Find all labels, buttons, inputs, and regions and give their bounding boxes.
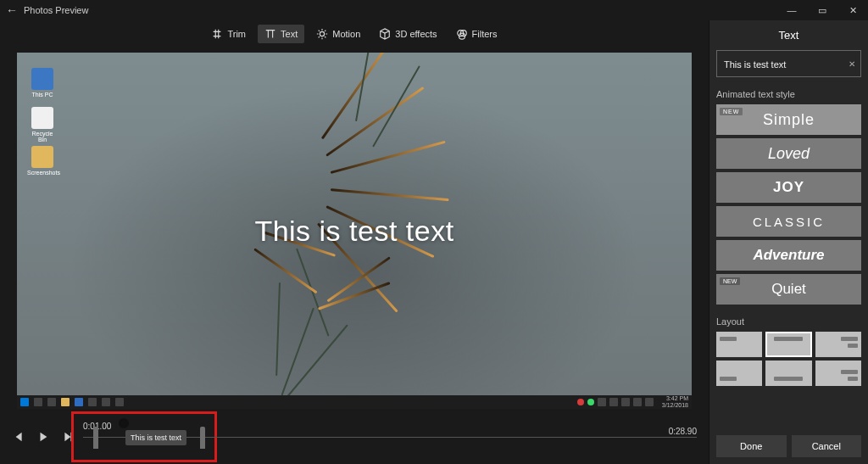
cancel-button[interactable]: Cancel <box>792 435 862 457</box>
timeline[interactable]: 0:01.00 0:28.90 This is test text <box>83 420 697 454</box>
timeline-text-clip[interactable]: This is test text <box>125 430 186 445</box>
play-button[interactable] <box>36 429 51 444</box>
panel-title: Text <box>716 29 861 42</box>
desktop-icon-label: This PC <box>27 92 58 98</box>
clip-handle-right[interactable] <box>200 427 205 449</box>
section-label-style: Animated text style <box>716 89 861 99</box>
trim-icon <box>211 28 223 40</box>
done-button[interactable]: Done <box>716 435 787 457</box>
svg-point-0 <box>320 31 325 36</box>
layout-option-bottom-left[interactable] <box>716 361 762 386</box>
tool-text[interactable]: Text <box>258 25 304 43</box>
tray-icon <box>621 398 630 406</box>
filters-icon <box>456 28 468 40</box>
style-joy[interactable]: JOY <box>716 172 861 203</box>
tray-icon <box>598 398 606 406</box>
tool-motion[interactable]: Motion <box>309 25 367 43</box>
tool-trim[interactable]: Trim <box>204 25 253 43</box>
desktop-icon-label: Screenshots <box>27 170 58 176</box>
window-controls: — ▭ ✕ <box>776 0 868 20</box>
layout-option-top-left[interactable] <box>716 332 762 357</box>
timeline-duration: 0:28.90 <box>669 427 697 436</box>
layout-option-top-right[interactable] <box>815 332 861 357</box>
tool-filters[interactable]: Filters <box>449 25 504 43</box>
text-input[interactable] <box>724 59 842 70</box>
video-preview[interactable]: This PC Recycle Bin Screenshots <box>17 53 692 409</box>
style-label: Simple <box>763 111 815 129</box>
style-quiet[interactable]: NEW Quiet <box>716 274 861 305</box>
back-button[interactable]: ← <box>0 3 24 17</box>
new-badge: NEW <box>720 108 743 115</box>
taskbar-time: 3:42 PM <box>662 395 688 402</box>
desktop-icon-this-pc: This PC <box>27 68 58 98</box>
timeline-row: 0:01.00 0:28.90 This is test text <box>0 410 709 464</box>
style-simple[interactable]: NEW Simple <box>716 104 861 135</box>
title-bar: ← Photos Preview — ▭ ✕ <box>0 0 868 20</box>
clip-handle-left[interactable] <box>93 427 98 449</box>
tool-label: Filters <box>472 29 498 39</box>
next-frame-button[interactable] <box>59 429 75 444</box>
panel-buttons: Done Cancel <box>716 427 861 457</box>
timeline-playhead[interactable] <box>119 418 129 428</box>
taskbar-app-icon <box>115 398 124 406</box>
layout-option-bottom-center[interactable] <box>765 361 811 386</box>
style-list: NEW Simple Loved JOY CLASSIC Adventure N… <box>716 104 861 305</box>
maximize-button[interactable]: ▭ <box>807 0 837 20</box>
tray-icon <box>645 398 654 406</box>
taskbar-date: 3/12/2018 <box>662 402 688 409</box>
overlay-text: This is test text <box>254 214 453 247</box>
taskbar-app-icon <box>102 398 110 406</box>
new-badge: NEW <box>720 277 740 285</box>
tray-icon <box>633 398 642 406</box>
taskbar-taskview-icon <box>47 398 56 406</box>
tool-label: Motion <box>332 29 360 39</box>
tool-label: Text <box>281 29 298 39</box>
tray-status-icon <box>577 399 584 405</box>
app-title: Photos Preview <box>24 5 88 15</box>
minimize-button[interactable]: — <box>776 0 807 20</box>
tool-3d-effects[interactable]: 3D effects <box>372 25 443 43</box>
style-classic[interactable]: CLASSIC <box>716 206 861 237</box>
desktop-icon-recycle-bin: Recycle Bin <box>27 107 58 143</box>
prev-frame-button[interactable] <box>12 429 27 444</box>
effects-icon <box>379 28 391 40</box>
text-panel: Text ✕ Animated text style NEW Simple Lo… <box>709 20 868 464</box>
style-label: Loved <box>768 145 810 163</box>
style-label: CLASSIC <box>753 215 825 229</box>
tool-row: Trim Text Motion 3D effects Filters <box>0 22 709 46</box>
close-button[interactable]: ✕ <box>837 0 868 20</box>
style-label: JOY <box>773 179 804 196</box>
layout-option-bottom-right[interactable] <box>815 361 861 386</box>
timeline-clip-label: This is test text <box>131 433 181 442</box>
style-adventure[interactable]: Adventure <box>716 240 861 271</box>
section-label-layout: Layout <box>716 316 861 327</box>
tray-status-icon <box>587 399 594 405</box>
taskbar-app-icon <box>75 398 83 406</box>
style-loved[interactable]: Loved <box>716 138 861 169</box>
tool-label: Trim <box>227 29 246 39</box>
layout-option-top-center[interactable] <box>765 332 811 357</box>
preview-taskbar: 3:42 PM 3/12/2018 <box>17 395 692 409</box>
clear-text-button[interactable]: ✕ <box>849 59 855 69</box>
desktop-icon-label: Recycle Bin <box>27 131 58 143</box>
text-icon <box>264 28 276 40</box>
taskbar-app-icon <box>88 398 97 406</box>
taskbar-app-icon <box>61 398 70 406</box>
tool-label: 3D effects <box>395 29 437 39</box>
taskbar-search-icon <box>34 398 42 406</box>
taskbar-clock: 3:42 PM 3/12/2018 <box>662 395 688 409</box>
desktop-icon-folder: Screenshots <box>27 146 58 176</box>
tray-icon <box>609 398 618 406</box>
style-label: Adventure <box>753 247 824 264</box>
taskbar-start-icon <box>20 398 29 406</box>
text-input-wrap: ✕ <box>716 50 861 77</box>
layout-grid <box>716 332 861 386</box>
motion-icon <box>316 28 328 40</box>
style-label: Quiet <box>771 281 806 298</box>
